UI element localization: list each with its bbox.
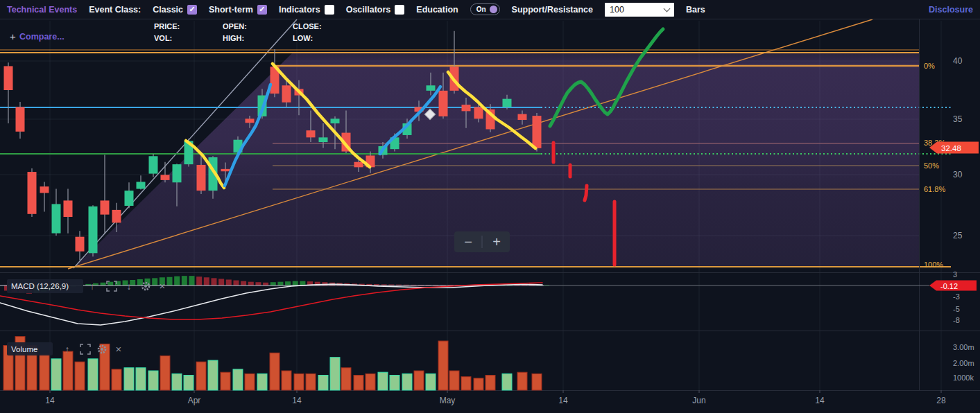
- volume-bar: [88, 359, 98, 390]
- checkbox-oscillators[interactable]: Oscillators: [346, 5, 405, 15]
- technical-events-link[interactable]: Technical Events: [7, 5, 77, 15]
- macd-axis-label: -8: [953, 316, 960, 324]
- candle-body: [533, 116, 542, 148]
- candle-body: [149, 156, 158, 173]
- volume-bar: [461, 377, 471, 390]
- bars-count-select[interactable]: 100: [605, 3, 674, 17]
- candle-body: [197, 165, 206, 191]
- volume-bar: [341, 368, 351, 390]
- charting-app: Technical Events Event Class: Classic ✓ …: [0, 0, 980, 413]
- disclosure-link[interactable]: Disclosure: [929, 5, 973, 15]
- checkbox-oscillators-label: Oscillators: [346, 5, 391, 15]
- macd-histogram-bar: [270, 282, 276, 285]
- last-price-value: 32.48: [941, 144, 961, 152]
- move-down-icon[interactable]: ↓: [127, 281, 132, 292]
- volume-bar: [517, 372, 527, 390]
- candle-body: [16, 107, 25, 131]
- price-field-label: PRICE:: [154, 22, 180, 30]
- volume-bar: [233, 369, 243, 390]
- top-toolbar: Technical Events Event Class: Classic ✓ …: [0, 0, 980, 19]
- candle-body: [474, 107, 483, 118]
- candle-body: [137, 182, 146, 188]
- close-icon[interactable]: ×: [116, 343, 122, 355]
- macd-histogram-bar: [277, 282, 283, 285]
- price-axis-label: 30: [953, 170, 963, 179]
- macd-axis-label: 3: [953, 270, 957, 279]
- volume-bar: [354, 376, 363, 391]
- macd-histogram-bar: [263, 283, 268, 285]
- macd-histogram-bar: [241, 281, 246, 285]
- volume-bar: [318, 376, 328, 391]
- checkbox-classic-box[interactable]: ✓: [187, 5, 197, 15]
- zoom-in-button[interactable]: +: [492, 234, 501, 249]
- checkbox-short-term[interactable]: Short-term ✓: [209, 5, 267, 15]
- volume-bar: [136, 368, 146, 390]
- volume-bar: [112, 369, 121, 390]
- candle-body: [427, 85, 436, 91]
- macd-axis-label: -5: [953, 305, 960, 313]
- date-axis-label: Jun: [692, 396, 705, 405]
- volume-bar: [124, 368, 134, 390]
- volume-label: Volume: [11, 345, 37, 353]
- checkbox-indicators-box[interactable]: [325, 5, 334, 15]
- volume-bar: [100, 344, 110, 390]
- move-up-icon[interactable]: ↑: [65, 344, 70, 355]
- volume-bar: [426, 374, 436, 390]
- checkbox-short-term-box[interactable]: ✓: [257, 5, 267, 15]
- candle-body: [246, 118, 255, 123]
- low-field-label: LOW:: [293, 34, 313, 42]
- candle-body: [64, 200, 73, 217]
- macd-histogram-bar: [182, 276, 187, 285]
- move-up-icon[interactable]: ↑: [90, 281, 95, 292]
- fib-label: 100%: [924, 261, 943, 269]
- last-price-badge: 32.48: [929, 142, 979, 154]
- compare-button[interactable]: Compare...: [19, 32, 65, 42]
- education-label: Education: [416, 5, 458, 15]
- volume-bar: [366, 374, 375, 390]
- volume-bar: [172, 374, 182, 390]
- candle-body: [52, 204, 61, 233]
- fib-label: 50%: [924, 161, 939, 170]
- high-field-label: HIGH:: [223, 34, 244, 42]
- checkbox-indicators[interactable]: Indicators: [279, 5, 334, 15]
- candle-body: [76, 237, 85, 252]
- checkbox-oscillators-box[interactable]: [395, 5, 404, 15]
- chevron-down-icon: [664, 5, 671, 12]
- macd-histogram-bar: [101, 283, 106, 285]
- volume-bar: [208, 360, 218, 390]
- close-icon[interactable]: ×: [160, 280, 166, 292]
- checkbox-classic[interactable]: Classic ✓: [153, 5, 197, 15]
- volume-bar: [51, 359, 61, 390]
- checkbox-indicators-label: Indicators: [279, 5, 320, 15]
- volume-axis-label: 3.00m: [953, 343, 974, 351]
- volume-bar: [449, 371, 459, 390]
- candle-body: [462, 105, 471, 111]
- volume-bar: [485, 376, 495, 391]
- candle-body: [101, 200, 110, 214]
- zoom-control: − +: [454, 231, 510, 252]
- zoom-out-button[interactable]: −: [464, 234, 472, 249]
- date-axis-label: Apr: [188, 396, 201, 405]
- candle-body: [307, 130, 316, 137]
- vol-field-label: VOL:: [154, 34, 172, 42]
- volume-bar: [438, 341, 448, 390]
- education-toggle[interactable]: On: [470, 3, 500, 15]
- macd-histogram-bar: [285, 281, 291, 285]
- date-axis-label: 14: [815, 396, 825, 405]
- volume-bar: [330, 358, 340, 390]
- checkbox-classic-label: Classic: [153, 5, 183, 15]
- volume-bar: [196, 362, 206, 390]
- bars-count-value: 100: [610, 5, 624, 15]
- macd-histogram-bar: [226, 279, 232, 285]
- check-icon: ✓: [189, 6, 195, 13]
- macd-histogram-bar: [204, 277, 209, 285]
- candle-body: [503, 99, 512, 107]
- candle-body: [161, 175, 170, 180]
- volume-bar: [414, 371, 424, 390]
- volume-bar: [148, 371, 158, 390]
- chart-canvas[interactable]: − + + Compare... PRICE: OPEN: CLOSE: VOL…: [0, 0, 980, 413]
- candle-body: [112, 210, 121, 223]
- macd-value: -0.12: [940, 282, 958, 290]
- macd-histogram-bar: [152, 278, 157, 285]
- macd-histogram-bar: [174, 276, 180, 285]
